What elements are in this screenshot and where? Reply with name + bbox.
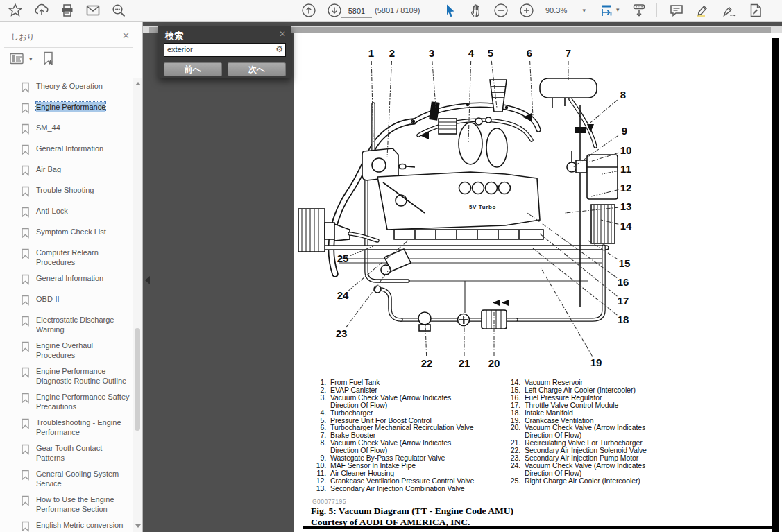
- bookmark-icon: [21, 228, 31, 241]
- bookmark-icon: [21, 103, 31, 117]
- air-cleaner-housing: [587, 155, 618, 199]
- callout-number: 25: [337, 252, 349, 264]
- sidebar-item[interactable]: Troubleshooting - Engine Performance: [0, 414, 133, 440]
- scrollbar-thumb[interactable]: [135, 328, 140, 431]
- fill-sign-icon[interactable]: [747, 2, 764, 19]
- sidebar-item[interactable]: Theory & Operation: [0, 78, 133, 98]
- bookmark-icon: [21, 470, 31, 483]
- hand-tool-icon[interactable]: [468, 2, 484, 19]
- sidebar-item[interactable]: Trouble Shooting: [0, 182, 133, 203]
- sidebar-item-label: General Cooling System Service: [36, 469, 130, 488]
- sidebar-scrollbar[interactable]: [133, 78, 142, 532]
- scroll-up-arrow[interactable]: [135, 82, 141, 85]
- close-icon[interactable]: ✕: [279, 29, 286, 39]
- share-upload-icon[interactable]: [33, 2, 50, 19]
- options-menu-icon[interactable]: [10, 53, 25, 68]
- legend-item: 3. Vacuum Check Valve (Arrow Indicates D…: [312, 394, 502, 409]
- print-icon[interactable]: [59, 2, 76, 19]
- legend-right: 14. Vacuum Reservoir15. Left Charge Air …: [507, 379, 715, 485]
- table-border-bottom: [303, 526, 772, 529]
- comment-icon[interactable]: [668, 2, 685, 19]
- bookmark-list: Theory & OperationEngine PerformanceSM_4…: [0, 78, 133, 532]
- callout-number: 16: [618, 276, 629, 288]
- sidebar-item-label: General Information: [36, 273, 103, 283]
- sidebar-item[interactable]: English Metric conversion Chart: [0, 517, 133, 532]
- sidebar-item[interactable]: Air Bag: [0, 161, 133, 182]
- highlight-icon[interactable]: [694, 2, 711, 19]
- sidebar-item-label: Engine Overhaul Procedures: [36, 341, 130, 360]
- sidebar-item[interactable]: Symptom Check List: [0, 223, 133, 244]
- page-count-label: (5801 / 8109): [375, 6, 420, 15]
- legend-item: 13. Secondary Air Injection Combination …: [312, 485, 502, 492]
- sidebar-item[interactable]: Engine Performance Saftey Precautions: [0, 388, 133, 414]
- page-number-input[interactable]: [341, 4, 372, 18]
- callout-number: 6: [527, 47, 532, 59]
- sign-pen-icon[interactable]: [721, 2, 738, 19]
- zoom-out-button[interactable]: [493, 2, 509, 19]
- filter-element: [439, 119, 457, 134]
- main-toolbar: (5801 / 8109) 90.3% ▾ ▾: [0, 0, 782, 22]
- callout-number: 3: [429, 47, 434, 59]
- legend-item: 8. Vacuum Check Valve (Arrow Indicates D…: [312, 439, 502, 454]
- previous-page-button[interactable]: [300, 2, 317, 19]
- sidebar-item-label: English Metric conversion Chart: [36, 520, 130, 532]
- sidebar-item[interactable]: Gear Tooth Contact Patterns: [0, 440, 133, 465]
- scroll-down-arrow[interactable]: [135, 524, 141, 528]
- bookmarks-panel: しおり ✕ ▾ Theory & OperationEngine Perform…: [0, 21, 143, 532]
- email-icon[interactable]: [85, 2, 101, 19]
- callout-number: 11: [620, 163, 631, 175]
- bookmark-icon: [21, 444, 31, 458]
- sidebar-item-label: Engine Performance Diagnostic Routine Ou…: [36, 366, 130, 386]
- bookmark-icon: [21, 274, 31, 288]
- sidebar-item[interactable]: Computer Relearn Procedures: [0, 244, 133, 270]
- figure-code: G00077195: [312, 498, 346, 505]
- chevron-down-icon[interactable]: ▾: [616, 7, 620, 13]
- engine-badge-text: 5V Turbo: [469, 204, 496, 210]
- search-input[interactable]: [164, 44, 278, 55]
- bookmark-icon: [21, 295, 31, 309]
- sidebar-collapse-handle[interactable]: [143, 271, 151, 289]
- legend-item: 25. Right Charge Air Cooler (Intercooler…: [507, 477, 715, 485]
- bookmark-icon: [21, 418, 31, 432]
- next-page-button[interactable]: [326, 2, 343, 19]
- sidebar-item[interactable]: Anti-Lock: [0, 203, 133, 223]
- select-tool-icon[interactable]: [441, 2, 458, 19]
- sidebar-item[interactable]: OBD-II: [0, 291, 133, 311]
- search-previous-button[interactable]: 前へ: [164, 62, 222, 76]
- callout-number: 4: [468, 47, 475, 59]
- sidebar-item-label: Theory & Operation: [36, 81, 103, 91]
- zoom-in-button[interactable]: [518, 2, 535, 19]
- favorite-star-icon[interactable]: [7, 2, 24, 19]
- sidebar-item[interactable]: Engine Performance Diagnostic Routine Ou…: [0, 363, 133, 388]
- sidebar-item-label: Troubleshooting - Engine Performance: [36, 418, 130, 437]
- callout-number: 10: [620, 144, 632, 156]
- callout-number: 7: [566, 47, 571, 59]
- caption-title: Fig. 5: Vacuum Diagram (TT - Engine Code…: [311, 506, 513, 517]
- bookmark-icon: [21, 186, 31, 200]
- sidebar-item[interactable]: Engine Overhaul Procedures: [0, 337, 133, 363]
- bookmark-icon: [21, 393, 31, 406]
- search-next-button[interactable]: 次へ: [228, 62, 286, 76]
- sidebar-item-label: Engine Performance: [36, 102, 105, 112]
- fit-width-icon[interactable]: [598, 2, 615, 19]
- sidebar-item[interactable]: General Information: [0, 140, 133, 161]
- engine-block: 5V Turbo: [377, 172, 543, 239]
- sidebar-item-label: General Information: [36, 144, 103, 153]
- callout-number: 23: [336, 327, 348, 339]
- legend-left: 1. From Fuel Tank2. EVAP Canister3. Vacu…: [312, 379, 502, 492]
- new-bookmark-icon[interactable]: [42, 51, 56, 69]
- close-icon[interactable]: ✕: [122, 31, 130, 41]
- find-icon[interactable]: [110, 2, 127, 19]
- callout-number: 1: [368, 47, 374, 59]
- gear-icon[interactable]: ⚙: [275, 44, 283, 54]
- sidebar-item[interactable]: SM_44: [0, 119, 133, 140]
- scroll-mode-icon[interactable]: [631, 2, 647, 19]
- sidebar-item[interactable]: General Cooling System Service: [0, 465, 133, 491]
- sidebar-item-label: Electrostatic Discharge Warning: [36, 315, 130, 334]
- sidebar-item[interactable]: How to Use the Engine Performance Sectio…: [0, 491, 133, 517]
- zoom-level-select[interactable]: 90.3% ▾: [543, 3, 587, 17]
- sidebar-item[interactable]: Engine Performance: [0, 98, 133, 119]
- sidebar-item[interactable]: General Information: [0, 270, 133, 291]
- sidebar-item[interactable]: Electrostatic Discharge Warning: [0, 311, 133, 337]
- bookmarks-panel-title: しおり: [11, 32, 35, 42]
